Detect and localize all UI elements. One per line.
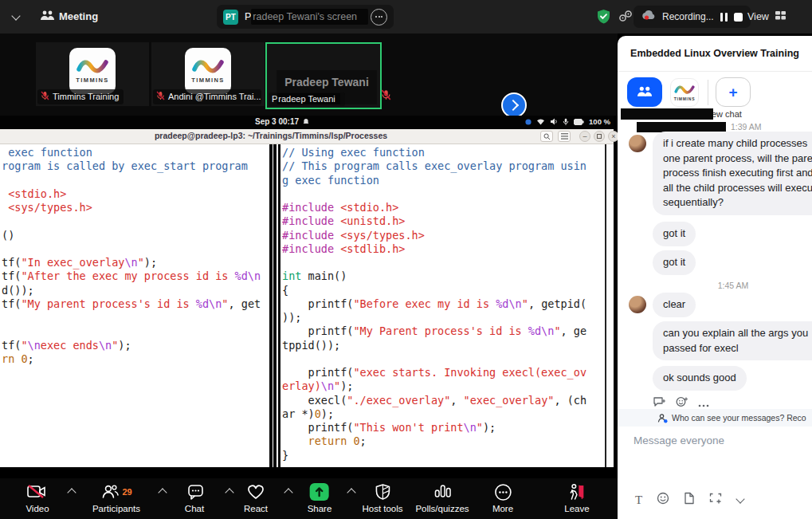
view-button[interactable]: View bbox=[741, 6, 793, 28]
participant-tile-pradeep-active-speaker[interactable]: Pradeep Tewani Pradeep Tewani bbox=[265, 42, 382, 109]
timmins-logo-text: TIMMINS bbox=[191, 77, 224, 84]
polls-quizzes-button[interactable]: Polls/quizzes bbox=[415, 482, 469, 513]
code-line: tf("\nexec ends\n"); bbox=[2, 339, 269, 352]
chat-message[interactable]: clear bbox=[653, 293, 696, 317]
vim-editor[interactable]: exec functionrogram is called by exec_st… bbox=[0, 144, 614, 467]
share-button[interactable]: Share bbox=[308, 482, 332, 513]
participant-tile-andini[interactable]: TIMMINS Andini @Timmins Trai... bbox=[151, 42, 265, 106]
code-line: printf("My Parent process's id is %d\n",… bbox=[282, 324, 604, 338]
chat-message[interactable]: got it bbox=[653, 250, 696, 275]
host-tools-button[interactable]: Host tools bbox=[362, 482, 402, 513]
code-line: printf("This won't print\n"); bbox=[282, 421, 604, 434]
recording-pill: Recording... bbox=[634, 6, 751, 28]
code-line bbox=[2, 214, 269, 228]
code-line: printf("exec starts. Invoking execl(exec… bbox=[282, 366, 604, 379]
polls-bar-chart-icon bbox=[433, 482, 452, 501]
vim-split-divider[interactable] bbox=[269, 144, 280, 467]
code-line: #include <stdio.h> bbox=[282, 201, 604, 214]
video-button[interactable]: Video bbox=[25, 482, 49, 513]
visibility-person-icon bbox=[657, 413, 668, 423]
code-line bbox=[2, 174, 269, 187]
chat-panel: Embedded Linux Overview Training TIMMINS… bbox=[618, 36, 812, 519]
system-tray[interactable]: 100 % bbox=[525, 117, 610, 126]
react-button[interactable]: React bbox=[244, 482, 268, 513]
chat-options-chevron[interactable] bbox=[225, 488, 233, 497]
share-options-icon[interactable] bbox=[371, 9, 387, 26]
right-code-pane[interactable]: // Using exec function// This program ca… bbox=[282, 146, 604, 467]
code-line: )); bbox=[282, 311, 604, 324]
active-share-tab[interactable]: PT Pradeep Tewani's screen bbox=[217, 5, 394, 29]
mic-muted-icon bbox=[156, 91, 165, 102]
code-line bbox=[282, 256, 604, 269]
code-line: int main() bbox=[282, 269, 604, 283]
sender-avatar[interactable] bbox=[629, 135, 646, 152]
code-line: tppid()); bbox=[282, 339, 604, 352]
redacted-chat-name bbox=[621, 108, 713, 120]
maximize-button[interactable] bbox=[594, 131, 605, 142]
battery-icon bbox=[574, 119, 584, 125]
participants-icon: 29 bbox=[100, 482, 131, 501]
video-options-chevron[interactable] bbox=[67, 488, 76, 497]
desktop-clock[interactable]: Sep 3 00:17 bbox=[255, 117, 309, 126]
chevron-right-icon bbox=[507, 100, 518, 111]
meeting-controls-toolbar: Video 29 Participants Chat React bbox=[0, 478, 618, 519]
more-button[interactable]: More bbox=[492, 482, 513, 513]
code-line bbox=[2, 311, 269, 324]
participant-name-pill: Timmins Training bbox=[37, 89, 124, 104]
leave-meeting-icon bbox=[567, 482, 587, 501]
shared-screen: Sep 3 00:17 100 % pradeep@pradeep-lp3: ~… bbox=[0, 116, 614, 467]
terminal-title-bar[interactable]: pradeep@pradeep-lp3: ~/Trainings/Timmins… bbox=[0, 129, 614, 144]
message-input[interactable]: Message everyone bbox=[634, 434, 724, 446]
code-line: { bbox=[282, 284, 604, 297]
view-grid-icon bbox=[775, 10, 787, 24]
chat-message[interactable]: got it bbox=[653, 222, 696, 246]
chat-message[interactable]: if i create many child processes one par… bbox=[653, 132, 812, 215]
code-line: ar *)0); bbox=[282, 407, 604, 421]
meeting-chat-tab[interactable] bbox=[627, 77, 662, 107]
chat-message[interactable]: can you explain all the args you passed … bbox=[653, 321, 812, 360]
code-line: <sys/types.h> bbox=[2, 201, 269, 214]
connection-status-icon[interactable] bbox=[618, 10, 633, 26]
security-shield-icon[interactable] bbox=[596, 9, 611, 28]
privacy-notice-bar[interactable]: Who can see your messages? Reco bbox=[618, 409, 812, 427]
screenshot-icon[interactable] bbox=[709, 493, 723, 508]
view-label: View bbox=[747, 11, 769, 22]
chat-message[interactable]: ok sounds good bbox=[653, 366, 747, 391]
meeting-tab-label[interactable]: Meeting bbox=[59, 10, 98, 22]
react-options-chevron[interactable] bbox=[284, 488, 292, 497]
terminal-scrollbar[interactable] bbox=[605, 144, 614, 467]
format-text-icon[interactable]: T bbox=[635, 493, 642, 507]
participant-filmstrip: TIMMINS Timmins Training TIMMINS Andini … bbox=[0, 33, 618, 116]
code-line: tf("My parent process's id is %d\n", get bbox=[2, 297, 269, 311]
minimize-button[interactable]: – bbox=[579, 131, 590, 142]
plus-icon: + bbox=[728, 84, 737, 101]
participant-name: Pradeep Tewani bbox=[272, 94, 340, 104]
participants-options-chevron[interactable] bbox=[158, 488, 167, 497]
meeting-group-icon bbox=[636, 85, 653, 99]
share-options-chevron[interactable] bbox=[347, 488, 355, 497]
participant-name: Timmins Training bbox=[53, 92, 119, 101]
left-code-pane[interactable]: exec functionrogram is called by exec_st… bbox=[2, 146, 269, 467]
code-line: rn 0; bbox=[2, 352, 269, 366]
participants-button[interactable]: 29 Participants bbox=[92, 482, 140, 513]
share-title-redacted: radeep Tewani's screen bbox=[251, 9, 368, 25]
collapse-chevron-icon[interactable] bbox=[11, 11, 20, 20]
emoji-icon[interactable] bbox=[657, 492, 669, 508]
chat-button[interactable]: Chat bbox=[184, 482, 205, 513]
timmins-logo-text: TIMMINS bbox=[76, 77, 108, 84]
attach-file-icon[interactable] bbox=[684, 492, 695, 508]
participant-tile-timmins-training[interactable]: TIMMINS Timmins Training bbox=[36, 42, 149, 106]
heart-icon bbox=[246, 482, 265, 501]
code-line: rogram is called by exec_start program bbox=[2, 159, 269, 173]
sender-avatar[interactable] bbox=[629, 296, 646, 313]
terminal-menu-icon[interactable] bbox=[558, 131, 571, 142]
terminal-search-icon[interactable] bbox=[540, 131, 553, 142]
more-ellipsis-icon bbox=[493, 482, 512, 501]
timmins-chat-tab[interactable]: TIMMINS bbox=[670, 78, 699, 107]
new-chat-button[interactable]: + bbox=[716, 77, 751, 107]
mic-muted-icon bbox=[381, 89, 391, 104]
send-options-chevron[interactable] bbox=[736, 494, 745, 503]
leave-button[interactable]: Leave bbox=[564, 482, 589, 513]
next-participants-button[interactable] bbox=[501, 92, 527, 118]
pause-recording-icon[interactable] bbox=[720, 13, 728, 22]
